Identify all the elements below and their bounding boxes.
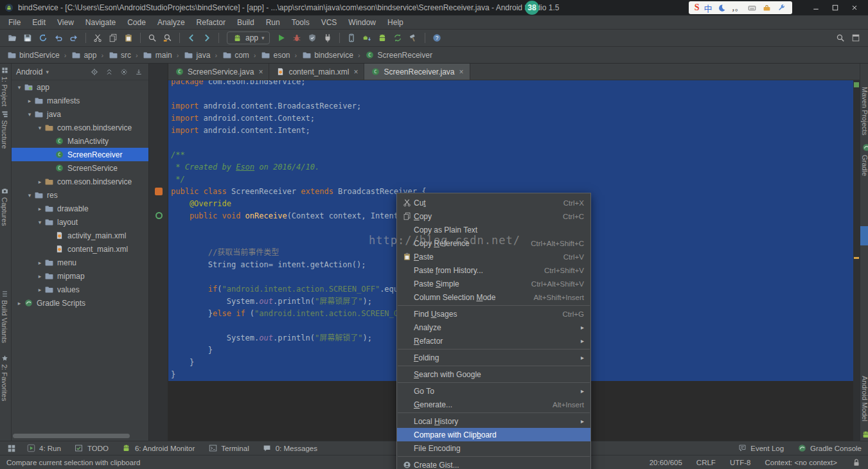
back-button[interactable] (184, 31, 199, 45)
tree-expand-icon[interactable]: ▾ (15, 84, 23, 91)
tool-button-build-variants[interactable]: Build Variants (1, 290, 8, 343)
file-encoding-indicator[interactable]: UTF-8 (730, 459, 751, 466)
paste-button[interactable] (121, 31, 136, 45)
breadcrumb-main[interactable]: main (143, 50, 172, 60)
line-ending-indicator[interactable]: CRLF (696, 459, 716, 466)
context-menu-item-copy[interactable]: CopyCtrl+C (397, 209, 590, 223)
tree-item-com-eson-bindservice[interactable]: ▸com.eson.bindservice (12, 175, 148, 188)
tree-item-content-main-xml[interactable]: content_main.xml (12, 242, 148, 256)
find-button-right[interactable] (833, 31, 847, 45)
tree-item-java[interactable]: ▾java (12, 107, 148, 121)
tool-window-button-terminal[interactable]: Terminal (208, 443, 249, 454)
menu-help[interactable]: Help (382, 15, 409, 30)
tree-expand-icon[interactable]: ▾ (26, 111, 33, 118)
monitor-button[interactable] (375, 31, 389, 45)
avd-button[interactable] (344, 31, 359, 45)
maximize-button[interactable] (826, 1, 845, 14)
minimize-button[interactable] (806, 1, 826, 14)
menu-tools[interactable]: Tools (286, 15, 315, 30)
breadcrumb-java[interactable]: java (183, 50, 210, 60)
context-menu-item-generate[interactable]: Generate...Alt+Insert (397, 398, 590, 411)
context-menu-item-paste[interactable]: PasteCtrl+V (397, 250, 590, 263)
tool-button-structure[interactable]: Structure (1, 110, 8, 149)
tree-item-res[interactable]: ▾res (12, 188, 148, 202)
context-menu-item-analyze[interactable]: Analyze▸ (397, 321, 590, 334)
tab-screenreceiver-java[interactable]: CScreenReceiver.java× (364, 64, 470, 80)
menu-refactor[interactable]: Refactor (191, 15, 231, 30)
tree-expand-icon[interactable]: ▾ (36, 219, 44, 226)
tree-expand-icon[interactable]: ▸ (36, 273, 44, 279)
menu-analyze[interactable]: Analyze (152, 15, 191, 30)
build-button[interactable] (406, 31, 420, 45)
override-marker-icon[interactable] (155, 212, 163, 219)
tree-item-manifests[interactable]: ▸manifests (12, 94, 148, 107)
tree-expand-icon[interactable]: ▸ (15, 300, 23, 306)
sdk-button[interactable] (360, 31, 374, 45)
tab-screenservice-java[interactable]: CScreenService.java× (168, 64, 269, 80)
tool-window-button-4-run[interactable]: 4: Run (26, 443, 61, 454)
tree-item-mainactivity[interactable]: CMainActivity (12, 134, 148, 148)
breadcrumb-eson[interactable]: eson (260, 50, 290, 60)
tool-button-maven-projects[interactable]: Maven Projects (861, 87, 868, 136)
tree-expand-icon[interactable]: ▾ (36, 125, 44, 131)
tool-button-captures[interactable]: Captures (1, 187, 8, 226)
tree-item-activity-main-xml[interactable]: activity_main.xml (12, 229, 148, 242)
menu-edit[interactable]: Edit (26, 15, 51, 30)
help-button[interactable]: ? (430, 31, 444, 45)
close-icon[interactable]: × (258, 67, 263, 76)
close-icon[interactable]: × (353, 67, 358, 76)
menu-build[interactable]: Build (231, 15, 260, 30)
run-configuration-selector[interactable]: app▾ (227, 31, 270, 44)
tool-button-gradle[interactable]: Gradle (861, 155, 868, 176)
gradlesync-button[interactable] (391, 31, 405, 45)
breadcrumb-bindservice[interactable]: bindService (6, 50, 60, 60)
menu-navigate[interactable]: Navigate (80, 15, 121, 30)
close-icon[interactable]: × (459, 67, 464, 76)
ime-punctuation-toggle[interactable]: ，。 (732, 3, 743, 13)
tool-button-1-project[interactable]: 1: Project (1, 66, 8, 106)
context-menu-item-go-to[interactable]: Go To▸ (397, 384, 590, 398)
redo-button[interactable] (67, 31, 81, 45)
sync-button[interactable] (36, 31, 50, 45)
context-menu-item-paste-simple[interactable]: Paste SimpleCtrl+Alt+Shift+V (397, 277, 590, 290)
sogou-logo-icon[interactable]: S (695, 3, 700, 13)
gradle-icon[interactable] (861, 142, 868, 152)
lock-icon[interactable] (851, 457, 862, 468)
open-button[interactable] (5, 31, 19, 45)
tool-button-2-favorites[interactable]: 2: Favorites (1, 354, 8, 401)
debug-button[interactable] (290, 31, 304, 45)
tree-item-mipmap[interactable]: ▸mipmap (12, 269, 148, 283)
tool-window-button-gradle-console[interactable]: Gradle Console (797, 443, 862, 454)
tool-button-android-model[interactable]: Android Model (861, 376, 868, 421)
gear-icon[interactable] (119, 67, 129, 77)
tree-item-values[interactable]: ▸values (12, 283, 148, 296)
tree-item-screenservice[interactable]: CScreenService (12, 161, 148, 175)
context-menu-item-search-with-google[interactable]: Search with Google (397, 367, 590, 381)
run-button[interactable] (274, 31, 288, 45)
tree-expand-icon[interactable]: ▾ (26, 192, 33, 199)
tool-window-button-event-log[interactable]: Event Log (737, 443, 784, 454)
context-menu-item-file-encoding[interactable]: File Encoding (397, 441, 590, 455)
save-button[interactable] (21, 31, 35, 45)
tree-expand-icon[interactable]: ▸ (36, 206, 44, 212)
project-horizontal-scrollbar[interactable] (13, 434, 130, 438)
menu-vcs[interactable]: VCS (315, 15, 343, 30)
tree-item-drawable[interactable]: ▸drawable (12, 202, 148, 215)
tool-window-button-6-android-monitor[interactable]: 6: Android Monitor (121, 443, 195, 454)
tree-expand-icon[interactable]: ▸ (36, 179, 44, 185)
moon-icon[interactable] (717, 3, 727, 13)
breadcrumb-src[interactable]: src (108, 50, 131, 60)
forward-button[interactable] (200, 31, 214, 45)
bookmark-icon[interactable] (155, 188, 163, 195)
box-button-right[interactable] (849, 31, 863, 45)
caret-position[interactable]: 20:60/605 (650, 459, 682, 466)
tree-item-screenreceiver[interactable]: CScreenReceiver (12, 148, 148, 161)
editor-scrollbar[interactable] (853, 80, 860, 441)
tool-window-button-0-messages[interactable]: 0: Messages (262, 443, 317, 454)
tree-item-gradle-scripts[interactable]: ▸Gradle Scripts (12, 296, 148, 310)
tree-item-com-eson-bindservice[interactable]: ▾com.eson.bindservice (12, 121, 148, 134)
tool-window-switcher-icon[interactable] (6, 443, 17, 454)
ime-language-toggle[interactable]: 中 (704, 2, 712, 14)
toolbox-icon[interactable] (761, 3, 772, 13)
breadcrumb-com[interactable]: com (222, 50, 249, 60)
